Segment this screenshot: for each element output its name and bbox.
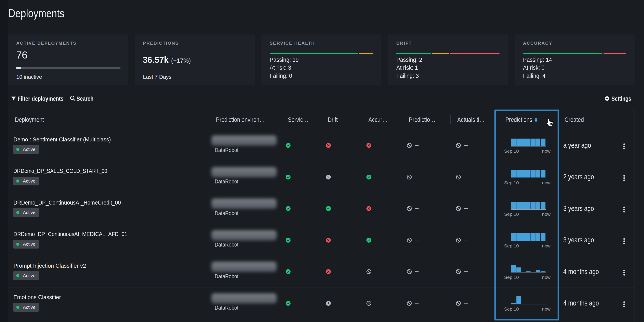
svg-text:?: ? (328, 175, 330, 178)
svg-text:?: ? (328, 301, 330, 305)
